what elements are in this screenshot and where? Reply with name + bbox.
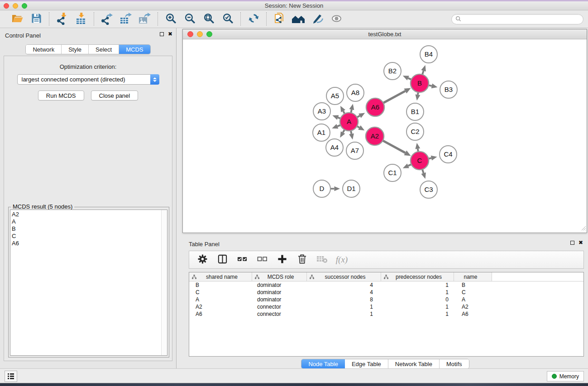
home-button[interactable] xyxy=(290,12,306,26)
node-B1[interactable]: B1 xyxy=(406,103,424,120)
deselect-all-button[interactable] xyxy=(255,253,269,267)
table-cell[interactable]: 1 xyxy=(381,282,454,288)
node-B4[interactable]: B4 xyxy=(420,46,437,63)
select-all-button[interactable] xyxy=(235,253,249,267)
zoom-fit-button[interactable] xyxy=(201,12,217,26)
table-cell[interactable]: B xyxy=(189,282,252,288)
eye-button[interactable] xyxy=(328,12,344,26)
export-table-button[interactable] xyxy=(118,12,134,26)
save-session-button[interactable] xyxy=(28,12,44,26)
table-cell[interactable]: 4 xyxy=(307,282,381,288)
table-cell[interactable]: 1 xyxy=(307,304,381,310)
import-table-button[interactable] xyxy=(73,12,89,26)
close-panel-button[interactable]: Close panel xyxy=(91,91,139,100)
node-D[interactable]: D xyxy=(313,180,330,197)
table-cell[interactable]: A xyxy=(189,296,252,303)
table-cell[interactable]: 1 xyxy=(381,304,454,310)
table-cell[interactable]: C xyxy=(189,289,252,295)
open-file-button[interactable] xyxy=(9,12,25,26)
table-cell[interactable]: 1 xyxy=(307,311,381,317)
node-C4[interactable]: C4 xyxy=(440,146,457,163)
duplicate-network-button[interactable] xyxy=(271,12,287,26)
mcds-result-item[interactable]: A xyxy=(12,218,160,225)
table-cell[interactable]: A xyxy=(454,296,492,303)
column-visibility-button[interactable] xyxy=(215,253,229,267)
node-D1[interactable]: D1 xyxy=(343,180,360,197)
tab-edge-table[interactable]: Edge Table xyxy=(345,359,388,368)
float-table-panel-icon[interactable] xyxy=(570,241,574,245)
close-panel-icon[interactable]: ✖ xyxy=(168,32,172,36)
criterion-dropdown[interactable]: largest connected component (directed) xyxy=(17,74,159,85)
annotation-button[interactable] xyxy=(309,12,325,26)
search-input[interactable] xyxy=(463,14,583,24)
tab-node-table[interactable]: Node Table xyxy=(301,359,345,368)
mcds-result-item[interactable]: B xyxy=(12,225,160,233)
table-cell[interactable]: A2 xyxy=(454,304,492,310)
node-C1[interactable]: C1 xyxy=(384,164,401,181)
network-window-title-bar[interactable]: testGlobe.txt xyxy=(183,29,587,39)
table-cell[interactable]: dominator xyxy=(252,289,307,295)
tab-motifs[interactable]: Motifs xyxy=(440,359,469,368)
table-cell[interactable]: dominator xyxy=(252,296,307,303)
table-cell[interactable]: 0 xyxy=(381,296,454,303)
node-C2[interactable]: C2 xyxy=(406,123,424,140)
table-cell[interactable]: A6 xyxy=(189,311,252,317)
zoom-in-button[interactable] xyxy=(163,12,179,26)
node-A6[interactable]: A6 xyxy=(366,98,384,116)
mcds-result-list[interactable]: A2ABCA6 xyxy=(10,210,167,356)
table-cell[interactable]: C xyxy=(454,289,492,295)
node-A1[interactable]: A1 xyxy=(313,124,330,141)
zoom-out-button[interactable] xyxy=(182,12,198,26)
tab-style[interactable]: Style xyxy=(62,45,89,54)
table-cell[interactable]: 4 xyxy=(307,289,381,295)
table-row[interactable]: Cdominator41C xyxy=(189,289,583,296)
table-cell[interactable]: 1 xyxy=(381,289,454,295)
column-header-MCDS-role[interactable]: MCDS role xyxy=(252,272,307,281)
search-field[interactable] xyxy=(451,14,583,24)
mcds-result-item[interactable]: A2 xyxy=(12,211,160,218)
edge-A6-B[interactable] xyxy=(382,91,406,103)
memory-button[interactable]: Memory xyxy=(547,371,584,381)
close-table-panel-icon[interactable]: ✖ xyxy=(578,240,583,245)
column-header-shared-name[interactable]: shared name xyxy=(189,272,252,281)
table-cell[interactable]: A2 xyxy=(189,304,252,310)
table-cell[interactable]: B xyxy=(454,282,492,288)
column-header-successor-nodes[interactable]: successor nodes xyxy=(307,272,381,281)
edge-A2-C[interactable] xyxy=(382,140,406,153)
network-canvas[interactable]: AA1A2A3A4A5A6A7A8BB1B2B3B4CC1C2C3C4DD1 xyxy=(183,39,587,233)
node-A5[interactable]: A5 xyxy=(326,87,344,105)
result-list-scrollbar[interactable] xyxy=(161,210,167,355)
node-B[interactable]: B xyxy=(411,74,429,92)
add-column-button[interactable] xyxy=(275,253,289,267)
table-cell[interactable]: 1 xyxy=(381,311,454,317)
node-A7[interactable]: A7 xyxy=(346,142,363,159)
run-mcds-button[interactable]: Run MCDS xyxy=(38,91,84,100)
node-B3[interactable]: B3 xyxy=(440,81,457,98)
node-A8[interactable]: A8 xyxy=(347,84,364,101)
mcds-result-item[interactable]: A6 xyxy=(12,240,160,247)
resize-grip-icon[interactable] xyxy=(580,225,586,232)
node-C3[interactable]: C3 xyxy=(420,181,437,198)
function-button[interactable]: f(x) xyxy=(335,253,349,267)
zoom-selected-button[interactable] xyxy=(220,12,236,26)
table-row[interactable]: A2connector11A2 xyxy=(189,303,583,310)
table-row[interactable]: Adominator80A xyxy=(189,296,583,303)
delete-table-button[interactable] xyxy=(315,253,329,267)
node-A4[interactable]: A4 xyxy=(326,139,343,156)
column-header-name[interactable]: name xyxy=(454,272,492,281)
export-image-button[interactable] xyxy=(137,12,153,26)
table-cell[interactable]: dominator xyxy=(252,282,307,288)
mcds-result-item[interactable]: C xyxy=(12,233,160,240)
refresh-button[interactable] xyxy=(245,12,262,26)
table-row[interactable]: A6connector11A6 xyxy=(189,310,583,318)
node-A2[interactable]: A2 xyxy=(366,127,384,145)
table-cell[interactable]: connector xyxy=(252,311,307,317)
tab-mcds[interactable]: MCDS xyxy=(119,45,150,54)
tab-network-table[interactable]: Network Table xyxy=(388,359,440,368)
task-history-button[interactable] xyxy=(5,371,17,382)
tab-network[interactable]: Network xyxy=(26,45,62,54)
import-network-button[interactable] xyxy=(54,12,70,26)
table-cell[interactable]: A6 xyxy=(454,311,492,317)
table-cell[interactable]: 8 xyxy=(307,296,381,303)
node-B2[interactable]: B2 xyxy=(384,62,401,80)
